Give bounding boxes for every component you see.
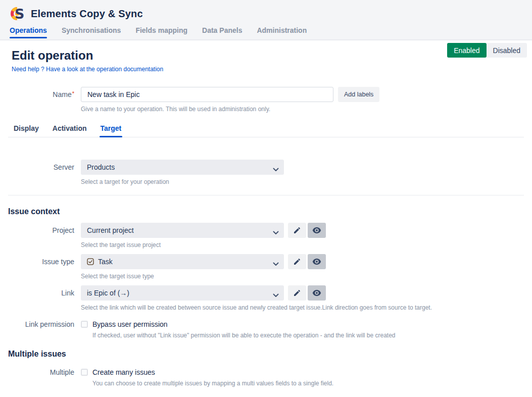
- project-helper-text: Select the target issue project: [81, 241, 524, 249]
- chevron-down-icon: [273, 291, 279, 299]
- issue-type-view-button[interactable]: [308, 254, 326, 269]
- name-label: Name*: [8, 90, 74, 98]
- link-select-value: is Epic of (→): [87, 289, 129, 297]
- link-edit-button[interactable]: [288, 285, 306, 301]
- disabled-button[interactable]: Disabled: [487, 43, 527, 58]
- tab-target[interactable]: Target: [101, 124, 122, 137]
- server-label: Server: [8, 163, 74, 171]
- nav-tab-synchronisations[interactable]: Synchronisations: [62, 26, 121, 38]
- chevron-down-icon: [273, 260, 279, 268]
- pencil-icon: [293, 226, 301, 234]
- svg-text:S: S: [15, 6, 24, 22]
- eye-icon: [312, 227, 321, 234]
- link-permission-row: Link permission Bypass user permission: [8, 320, 524, 328]
- issue-type-edit-button[interactable]: [288, 254, 306, 269]
- issue-type-label: Issue type: [8, 258, 74, 266]
- eye-icon: [312, 289, 321, 296]
- server-select-value: Products: [87, 163, 115, 171]
- issue-type-row: Issue type Task: [8, 254, 524, 269]
- pencil-icon: [293, 258, 301, 266]
- app-brand: S Elements Copy & Sync: [9, 6, 523, 22]
- multiple-issues-heading: Multiple issues: [8, 350, 524, 359]
- enabled-button[interactable]: Enabled: [447, 43, 486, 58]
- server-select[interactable]: Products: [81, 160, 284, 175]
- nav-tab-administration[interactable]: Administration: [257, 26, 307, 38]
- add-labels-button[interactable]: Add labels: [338, 87, 379, 102]
- link-permission-helper-text: If checked, user without "Link issue" pe…: [92, 332, 524, 339]
- app-header: S Elements Copy & Sync Operations Synchr…: [0, 0, 532, 40]
- primary-nav: Operations Synchronisations Fields mappi…: [9, 26, 523, 38]
- project-select-value: Current project: [87, 226, 134, 234]
- server-row: Server Products: [8, 160, 524, 175]
- bypass-user-permission-checkbox[interactable]: [81, 321, 88, 328]
- issue-context-heading: Issue context: [8, 207, 524, 216]
- app-logo-icon: S: [9, 6, 25, 22]
- task-type-icon: [87, 258, 94, 265]
- project-select[interactable]: Current project: [81, 223, 284, 238]
- nav-tab-operations[interactable]: Operations: [10, 26, 47, 38]
- nav-tab-fields-mapping[interactable]: Fields mapping: [135, 26, 187, 38]
- link-helper-text: Select the link which will be created be…: [81, 304, 524, 311]
- link-view-button[interactable]: [308, 285, 326, 301]
- server-helper-text: Select a target for your operation: [81, 178, 524, 185]
- link-select[interactable]: is Epic of (→): [81, 285, 284, 301]
- pencil-icon: [293, 289, 301, 297]
- tab-display[interactable]: Display: [14, 124, 39, 137]
- project-row: Project Current project: [8, 223, 524, 238]
- tab-activation[interactable]: Activation: [53, 124, 87, 137]
- operation-sub-tabs: Display Activation Target: [8, 124, 524, 137]
- app-title: Elements Copy & Sync: [31, 8, 143, 20]
- project-view-button[interactable]: [308, 223, 326, 238]
- name-helper-text: Give a name to your operation. This will…: [81, 106, 524, 113]
- link-permission-label: Link permission: [8, 320, 74, 328]
- project-edit-button[interactable]: [288, 223, 306, 238]
- required-marker: *: [72, 90, 74, 96]
- link-row: Link is Epic of (→): [8, 285, 524, 301]
- multiple-label: Multiple: [8, 368, 74, 376]
- chevron-down-icon: [273, 228, 279, 236]
- chevron-down-icon: [273, 165, 279, 173]
- main-content: Edit operation Need help ? Have a look a…: [0, 40, 532, 387]
- eye-icon: [312, 258, 321, 265]
- status-toggle: Enabled Disabled: [447, 43, 527, 58]
- issue-type-select-value: Task: [98, 258, 113, 266]
- create-many-issues-checkbox-label[interactable]: Create many issues: [92, 368, 155, 376]
- nav-tab-data-panels[interactable]: Data Panels: [202, 26, 242, 38]
- project-label: Project: [8, 226, 74, 234]
- link-label: Link: [8, 289, 74, 297]
- multiple-helper-text: You can choose to create multiple issues…: [92, 380, 524, 387]
- issue-type-select[interactable]: Task: [81, 254, 284, 269]
- name-input[interactable]: [81, 87, 333, 102]
- multiple-row: Multiple Create many issues: [8, 368, 524, 376]
- bypass-user-permission-checkbox-label[interactable]: Bypass user permission: [92, 320, 168, 328]
- name-row: Name* Add labels: [8, 87, 524, 102]
- issue-type-helper-text: Select the target issue type: [81, 273, 524, 280]
- section-divider: [8, 195, 524, 195]
- operation-documentation-link[interactable]: Need help ? Have a look at the operation…: [12, 66, 163, 73]
- create-many-issues-checkbox[interactable]: [81, 369, 88, 376]
